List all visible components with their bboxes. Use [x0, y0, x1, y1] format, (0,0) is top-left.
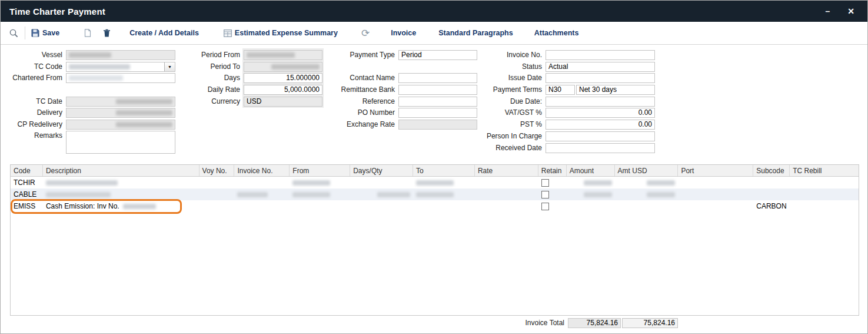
period-from-field[interactable]: [244, 50, 322, 60]
table-row[interactable]: EMISS Cash Emission: Inv No. CARBON: [11, 200, 859, 212]
redacted-text: [116, 122, 172, 127]
column-header-subcode[interactable]: Subcode: [753, 165, 790, 176]
pst-label: PST %: [471, 120, 546, 128]
payment-terms-code-field[interactable]: N30: [546, 85, 575, 95]
vessel-field[interactable]: [66, 50, 175, 60]
payment-terms-label: Payment Terms: [471, 85, 546, 94]
invoice-total-usd-field: 75,824.16: [622, 318, 678, 328]
cell-amt-usd: [615, 200, 679, 212]
pst-value: 0.00: [638, 120, 652, 128]
cell-rate: [475, 200, 538, 212]
redacted-text: [377, 192, 410, 197]
redacted-text: [416, 192, 454, 197]
save-button-label: Save: [42, 29, 59, 37]
daily-rate-label: Daily Rate: [195, 85, 244, 94]
invoice-button[interactable]: Invoice: [391, 29, 416, 37]
column-header-amount[interactable]: Amount: [567, 165, 615, 176]
table-row[interactable]: TCHIR: [11, 177, 859, 189]
exchange-rate-field[interactable]: [398, 120, 477, 130]
close-icon[interactable]: ✕: [847, 7, 854, 15]
refresh-icon[interactable]: ⟳: [361, 28, 370, 38]
delivery-label: Delivery: [1, 108, 66, 117]
vat-gst-value: 0.00: [638, 108, 652, 117]
column-header-amt-usd[interactable]: Amt USD: [615, 165, 679, 176]
cell-voy-no: [199, 189, 235, 200]
column-header-voy-no[interactable]: Voy No.: [199, 165, 235, 176]
attachments-button[interactable]: Attachments: [534, 29, 579, 37]
received-date-field[interactable]: [546, 143, 655, 153]
reference-field[interactable]: [398, 97, 477, 107]
vat-gst-label: VAT/GST %: [471, 108, 546, 117]
cell-description: [43, 177, 199, 189]
delete-trash-icon[interactable]: [103, 29, 111, 38]
retain-checkbox[interactable]: [541, 203, 549, 210]
person-in-charge-field[interactable]: [546, 131, 655, 141]
delivery-field[interactable]: [66, 108, 175, 118]
cell-to: [413, 189, 475, 200]
redacted-text: [69, 75, 123, 81]
redacted-text: [584, 180, 612, 186]
standard-paragraphs-button[interactable]: Standard Paragraphs: [438, 29, 513, 37]
invoice-no-field[interactable]: [546, 50, 655, 60]
estimated-expense-summary-button[interactable]: Estimated Expense Summary: [224, 29, 338, 37]
minimize-icon[interactable]: –: [825, 7, 830, 15]
pst-field[interactable]: 0.00: [546, 120, 655, 130]
column-header-to[interactable]: To: [413, 165, 475, 176]
retain-checkbox[interactable]: [541, 191, 549, 199]
payment-type-field[interactable]: Period: [398, 50, 477, 60]
redacted-text: [69, 64, 130, 70]
vat-gst-field[interactable]: 0.00: [546, 108, 655, 118]
daily-rate-field[interactable]: 5,000.0000: [244, 85, 322, 95]
due-date-label: Due Date:: [471, 97, 546, 105]
column-header-code[interactable]: Code: [11, 165, 43, 176]
days-label: Days: [195, 74, 244, 82]
currency-value: USD: [247, 97, 261, 105]
redacted-text: [237, 192, 268, 197]
currency-label: Currency: [195, 97, 244, 105]
tc-date-label: TC Date: [1, 97, 66, 105]
copy-icon[interactable]: [84, 29, 91, 37]
currency-field[interactable]: USD: [244, 97, 322, 107]
column-header-rate[interactable]: Rate: [475, 165, 538, 176]
search-icon[interactable]: [9, 28, 19, 38]
days-field[interactable]: 15.000000: [244, 73, 322, 83]
cell-days-qty: [350, 200, 413, 212]
cell-retain: [538, 177, 567, 189]
po-number-label: PO Number: [330, 108, 398, 117]
period-to-label: Period To: [195, 62, 244, 71]
remarks-field[interactable]: [66, 131, 175, 154]
po-number-field[interactable]: [398, 108, 477, 118]
save-button[interactable]: Save: [31, 29, 59, 37]
redacted-text: [116, 110, 172, 115]
cell-tc-rebill: [790, 200, 859, 212]
cell-from: [290, 200, 350, 212]
issue-date-field[interactable]: [546, 73, 655, 83]
create-add-details-button[interactable]: Create / Add Details: [129, 29, 199, 37]
contact-name-field[interactable]: [398, 73, 477, 83]
expense-summary-grid-icon: [224, 29, 232, 37]
remittance-bank-field[interactable]: [398, 85, 477, 95]
chevron-down-icon[interactable]: ▼: [164, 62, 175, 71]
cell-invoice-no: [234, 189, 290, 200]
redacted-text: [247, 52, 295, 58]
tc-code-select[interactable]: ▼: [66, 62, 175, 72]
column-header-invoice-no[interactable]: Invoice No.: [234, 165, 290, 176]
cp-redelivery-field[interactable]: [66, 120, 175, 130]
status-field[interactable]: Actual: [546, 62, 655, 72]
retain-checkbox[interactable]: [541, 179, 549, 187]
due-date-field[interactable]: [546, 97, 655, 107]
toolbar: Save Create / Add Details Estimated Expe…: [1, 22, 867, 45]
column-header-port[interactable]: Port: [678, 165, 753, 176]
redacted-text: [123, 204, 156, 209]
payment-terms-desc-field[interactable]: Net 30 days: [576, 85, 655, 95]
column-header-description[interactable]: Description: [43, 165, 199, 176]
chartered-from-field[interactable]: [66, 73, 175, 83]
column-header-retain[interactable]: Retain: [538, 165, 567, 176]
tc-date-field[interactable]: [66, 97, 175, 107]
column-header-days-qty[interactable]: Days/Qty: [350, 165, 413, 176]
column-header-from[interactable]: From: [290, 165, 350, 176]
column-header-tc-rebill[interactable]: TC Rebill: [790, 165, 859, 176]
table-row[interactable]: CABLE: [11, 189, 859, 200]
cell-subcode: [753, 177, 790, 189]
period-to-field[interactable]: [244, 62, 322, 72]
